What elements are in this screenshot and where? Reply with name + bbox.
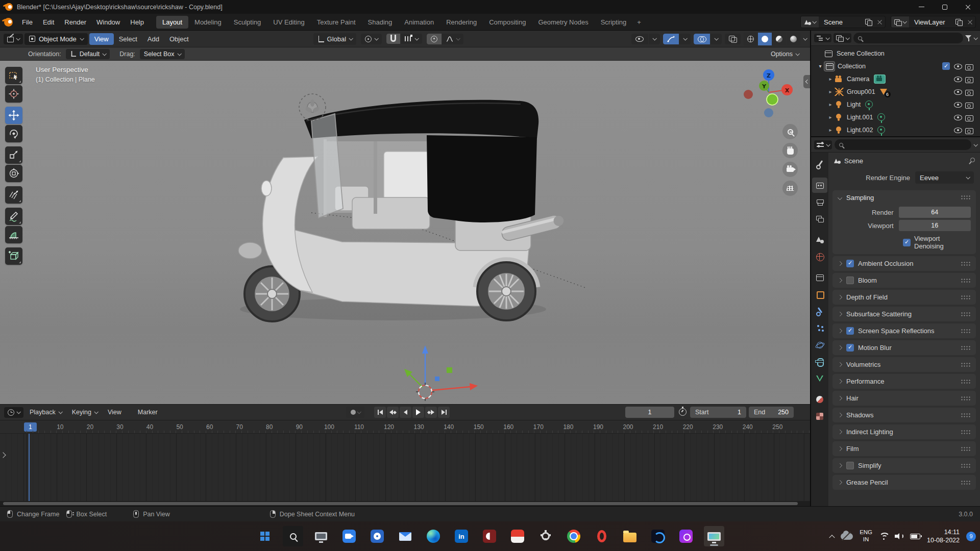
outliner-item-label[interactable]: Group001 (847, 88, 875, 95)
taskbar-app-icon[interactable] (395, 526, 415, 546)
show-object-types-button[interactable] (631, 34, 648, 44)
properties-tab[interactable] (812, 287, 827, 302)
render-visibility-icon[interactable] (965, 126, 976, 134)
collection-checkbox[interactable] (942, 62, 953, 70)
workspace-tab[interactable]: Geometry Nodes (532, 16, 594, 29)
close-button[interactable] (957, 0, 980, 14)
outliner-row[interactable]: Camera (811, 72, 980, 85)
collapsed-panel[interactable]: Ambient Occlusion (832, 256, 976, 271)
collapsed-panel[interactable]: Grease Pencil (832, 475, 976, 490)
properties-tab[interactable] (812, 249, 827, 264)
outliner-search-input[interactable] (853, 33, 963, 43)
viewport-menu-item[interactable]: Select (114, 33, 142, 45)
collapsed-panel[interactable]: Motion Blur (832, 340, 976, 355)
gizmos-dropdown[interactable] (679, 34, 691, 44)
panel-grip-icon[interactable] (961, 413, 971, 418)
minimize-button[interactable] (910, 0, 933, 14)
panel-grip-icon[interactable] (961, 480, 971, 485)
workspace-tab[interactable]: Animation (398, 16, 440, 29)
shading-wireframe-button[interactable] (744, 33, 757, 45)
collapsed-panel[interactable]: Shadows (832, 408, 976, 422)
shading-solid-button[interactable] (758, 33, 772, 45)
expand-arrow-icon[interactable] (826, 114, 835, 120)
viewport-samples-field[interactable]: 16 (899, 220, 971, 231)
frame-start-field[interactable]: Start 1 (690, 407, 746, 418)
camera-view-button[interactable] (782, 162, 798, 177)
notification-badge[interactable]: 9 (966, 532, 976, 541)
properties-tab[interactable] (812, 211, 827, 227)
shading-rendered-button[interactable] (787, 33, 800, 45)
render-samples-field[interactable]: 64 (899, 207, 971, 218)
outliner-display-mode[interactable] (834, 33, 851, 43)
outliner-item-label[interactable]: Light.002 (847, 127, 873, 134)
taskbar-app-icon[interactable] (311, 526, 331, 546)
render-engine-dropdown[interactable]: Eevee (915, 171, 974, 184)
navigation-gizmo[interactable]: Y Z X (740, 66, 801, 122)
workspace-tab[interactable]: Shading (362, 16, 399, 29)
properties-tab[interactable] (812, 157, 827, 172)
rickshaw-model[interactable] (235, 81, 597, 336)
select-box-tool[interactable] (5, 67, 22, 84)
panel-grip-icon[interactable] (961, 329, 971, 334)
playhead[interactable] (29, 434, 30, 501)
viewport-menu-item[interactable]: Object (164, 33, 194, 45)
workspace-tab[interactable]: UV Editing (267, 16, 310, 29)
outliner-item-label[interactable]: Scene Collection (837, 50, 885, 57)
outliner-row[interactable]: Collection (811, 60, 980, 72)
menu-item[interactable]: Help (125, 16, 149, 28)
annotate-draw-tool[interactable] (5, 208, 22, 225)
taskbar-app-icon[interactable] (479, 526, 500, 546)
outliner-editor-type[interactable] (814, 34, 831, 42)
annotate-lines-tool[interactable] (5, 186, 22, 204)
battery-icon[interactable] (910, 534, 920, 539)
proportional-edit-toggle[interactable] (427, 34, 442, 44)
outliner-row[interactable]: Group001 6 (811, 85, 980, 98)
onedrive-icon[interactable] (841, 533, 853, 540)
outliner-item-label[interactable]: Light.001 (847, 114, 873, 121)
taskbar-app-icon[interactable] (648, 526, 668, 546)
axis-neg-z-ball[interactable] (764, 108, 773, 117)
properties-tab[interactable] (812, 304, 827, 319)
timeline-ruler[interactable]: 1102030405060708090100110120130140150160… (0, 420, 810, 434)
taskbar-app-icon[interactable]: in (451, 526, 472, 546)
taskbar-app-icon[interactable] (507, 526, 528, 546)
expand-arrow-icon[interactable] (826, 76, 835, 82)
properties-tab[interactable] (812, 194, 827, 210)
axis-neg-y-ball[interactable] (767, 94, 778, 105)
outliner-row[interactable]: Light.002 (811, 123, 980, 136)
panel-checkbox[interactable] (846, 327, 854, 335)
transform-tool[interactable] (5, 165, 22, 182)
pan-button[interactable] (782, 143, 798, 158)
pivot-point-dropdown[interactable] (361, 34, 382, 44)
panel-grip-icon[interactable] (961, 362, 971, 367)
next-keyframe-button[interactable] (425, 407, 437, 418)
jump-to-start-button[interactable] (374, 407, 386, 418)
workspace-tab[interactable]: Modeling (188, 16, 228, 29)
transform-gizmo[interactable] (378, 326, 490, 403)
measure-tool[interactable] (5, 226, 22, 243)
collapsed-panel[interactable]: Depth of Field (832, 290, 976, 305)
menu-item[interactable]: Render (59, 16, 91, 28)
workspace-tab[interactable]: Scripting (595, 16, 633, 29)
clock[interactable]: 14:11 10-08-2022 (927, 528, 960, 545)
menu-item[interactable]: File (17, 16, 38, 28)
new-scene-button[interactable] (863, 16, 874, 28)
collapsed-panel[interactable]: Subsurface Scattering (832, 307, 976, 321)
panel-grip-icon[interactable] (961, 446, 971, 452)
taskbar-app-icon[interactable] (592, 526, 612, 546)
collapsed-panel[interactable]: Bloom (832, 273, 976, 288)
shading-dropdown[interactable] (803, 36, 807, 40)
outliner-row[interactable]: Scene Collection (811, 47, 980, 60)
viewport-denoising-checkbox[interactable] (903, 239, 911, 246)
panel-checkbox[interactable] (846, 344, 854, 352)
properties-search-input[interactable] (835, 139, 971, 150)
render-visibility-icon[interactable] (965, 88, 976, 96)
hide-eye-icon[interactable] (953, 88, 965, 96)
workspace-tab[interactable]: Texture Paint (311, 16, 362, 29)
frame-end-field[interactable]: End 250 (749, 407, 794, 418)
sampling-panel-header[interactable]: Sampling (832, 190, 976, 205)
timeline-menu-item[interactable]: Marker (133, 407, 169, 418)
delete-viewlayer-button[interactable] (965, 16, 975, 28)
xray-toggle[interactable] (725, 34, 741, 44)
timeline-tracks[interactable] (0, 434, 810, 501)
